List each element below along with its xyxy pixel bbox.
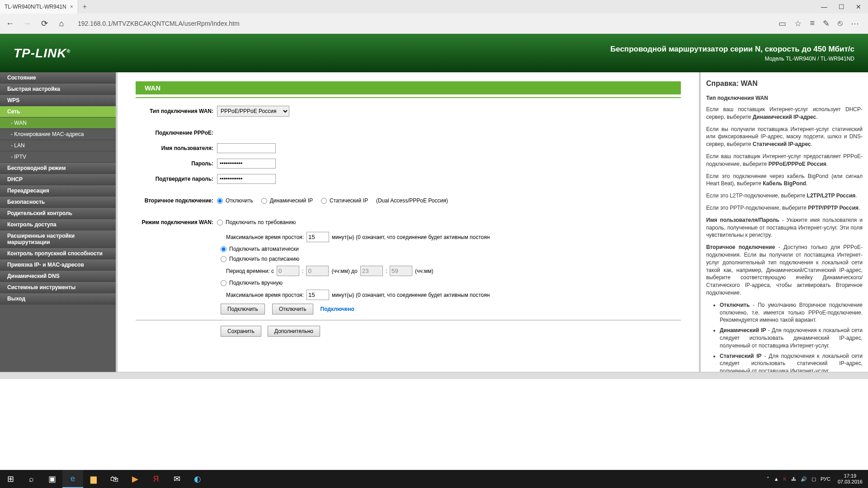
text-minutes2: минут(ы) (0 означает, что соединение буд… bbox=[332, 292, 490, 298]
radio-mode-auto[interactable] bbox=[221, 246, 226, 252]
mail-icon[interactable]: ✉ bbox=[166, 470, 187, 488]
advanced-button[interactable]: Дополнительно bbox=[268, 326, 320, 337]
sidebar-item-bandwidth[interactable]: Контроль пропускной способности bbox=[0, 248, 116, 259]
tray-expand-icon[interactable]: ˄ bbox=[767, 476, 769, 482]
taskbar: ⊞ ⌕ ▣ e ▆ 🛍 ▶ Я ✉ ◐ ˄ ▲ K 🖧 🔊 ▢ РУС 17:1… bbox=[0, 470, 868, 488]
url-bar[interactable]: 192.168.0.1/MTVZKBCAKQNTCMLA/userRpm/Ind… bbox=[73, 17, 772, 30]
tab-title: TL-WR940N/TL-WR941N bbox=[5, 4, 66, 10]
help-title: Справка: WAN bbox=[706, 80, 863, 88]
new-tab-button[interactable]: + bbox=[78, 3, 91, 11]
sidebar-item-parental[interactable]: Родительский контроль bbox=[0, 208, 116, 219]
input-from-m[interactable] bbox=[306, 266, 329, 276]
header-model: Модель TL-WR940N / TL-WR941ND bbox=[610, 56, 854, 62]
minimize-icon[interactable]: — bbox=[821, 3, 827, 10]
close-icon[interactable]: × bbox=[70, 4, 73, 10]
sidebar-item-forwarding[interactable]: Переадресация bbox=[0, 185, 116, 197]
sidebar-item-status[interactable]: Состояние bbox=[0, 72, 116, 84]
sidebar-item-access[interactable]: Контроль доступа bbox=[0, 219, 116, 230]
sidebar-item-quick-setup[interactable]: Быстрая настройка bbox=[0, 84, 116, 95]
favorite-icon[interactable]: ☆ bbox=[794, 19, 802, 28]
app-icon[interactable]: ◐ bbox=[187, 470, 208, 488]
radio-mode-demand[interactable] bbox=[217, 220, 223, 225]
forward-button[interactable]: → bbox=[22, 18, 33, 29]
tab-bar: TL-WR940N/TL-WR941N × + — ☐ ✕ bbox=[0, 0, 868, 14]
label-max-idle1: Максимальное время простоя: bbox=[226, 234, 304, 240]
label-hhmm: (чч:мм) bbox=[415, 268, 433, 274]
start-button[interactable]: ⊞ bbox=[0, 470, 21, 488]
sidebar-item-security[interactable]: Безопасность bbox=[0, 197, 116, 208]
action-center-icon[interactable]: ▢ bbox=[811, 476, 816, 482]
sidebar-item-iptv[interactable]: - IPTV bbox=[0, 151, 116, 163]
sidebar: Состояние Быстрая настройка WPS Сеть - W… bbox=[0, 72, 116, 372]
browser-tab[interactable]: TL-WR940N/TL-WR941N × bbox=[0, 0, 78, 14]
sidebar-item-wan[interactable]: - WAN bbox=[0, 117, 116, 129]
disconnect-button[interactable]: Отключить bbox=[272, 304, 313, 314]
tray-icon-1[interactable]: ▲ bbox=[774, 476, 779, 482]
text-minutes1: минут(ы) (0 означает, что соединение буд… bbox=[332, 234, 490, 240]
network-icon[interactable]: 🖧 bbox=[791, 476, 796, 482]
help-panel: Справка: WAN Тип подключения WAN Если ва… bbox=[701, 72, 868, 372]
search-icon[interactable]: ⌕ bbox=[21, 470, 42, 488]
more-icon[interactable]: ⋯ bbox=[851, 19, 859, 28]
connect-button[interactable]: Подключить bbox=[221, 304, 265, 314]
sidebar-item-ddns[interactable]: Динамический DNS bbox=[0, 271, 116, 282]
back-button[interactable]: ← bbox=[5, 18, 15, 29]
radio-sec-disable[interactable] bbox=[217, 198, 223, 204]
task-view-icon[interactable]: ▣ bbox=[42, 470, 62, 488]
browser-chrome: TL-WR940N/TL-WR941N × + — ☐ ✕ ← → ⟳ ⌂ 19… bbox=[0, 0, 868, 34]
label-confirm-password: Подтвердите пароль: bbox=[136, 176, 217, 182]
webnote-icon[interactable]: ✎ bbox=[823, 19, 830, 28]
text-dual-access: (Dual Access/PPPoE Россия) bbox=[376, 197, 448, 204]
sidebar-item-mac-clone[interactable]: - Клонирование MAC-адреса bbox=[0, 129, 116, 140]
edge-icon[interactable]: e bbox=[62, 470, 83, 488]
sidebar-item-dhcp[interactable]: DHCP bbox=[0, 174, 116, 185]
share-icon[interactable]: ⎋ bbox=[838, 19, 843, 28]
sidebar-item-logout[interactable]: Выход bbox=[0, 293, 116, 305]
clock[interactable]: 17:19 07.03.2016 bbox=[835, 473, 865, 485]
input-confirm-password[interactable] bbox=[217, 174, 276, 184]
media-icon[interactable]: ▶ bbox=[125, 470, 146, 488]
store-icon[interactable]: 🛍 bbox=[104, 470, 125, 488]
router-header: TP-LINK® Беспроводной маршрутизатор сери… bbox=[0, 34, 868, 72]
sidebar-item-wireless[interactable]: Беспроводной режим bbox=[0, 163, 116, 174]
maximize-icon[interactable]: ☐ bbox=[839, 3, 844, 10]
sidebar-item-routing[interactable]: Расширенные настройки маршрутизации bbox=[0, 230, 116, 248]
help-p5: Если это L2TP-подключение, выберите L2TP… bbox=[706, 192, 863, 200]
input-idle1[interactable] bbox=[307, 232, 329, 242]
browser-actions: ▭ ☆ ≡ ✎ ⎋ ⋯ bbox=[778, 19, 863, 28]
hub-icon[interactable]: ≡ bbox=[810, 19, 815, 28]
yandex-icon[interactable]: Я bbox=[146, 470, 166, 488]
radio-mode-time[interactable] bbox=[221, 256, 226, 262]
sidebar-item-network[interactable]: Сеть bbox=[0, 106, 116, 117]
radio-sec-static[interactable] bbox=[321, 198, 327, 204]
input-to-h[interactable] bbox=[360, 266, 383, 276]
sidebar-item-wps[interactable]: WPS bbox=[0, 95, 116, 106]
sidebar-item-system-tools[interactable]: Системные инструменты bbox=[0, 282, 116, 293]
input-to-m[interactable] bbox=[390, 266, 412, 276]
save-button[interactable]: Сохранить bbox=[221, 326, 261, 337]
input-idle2[interactable] bbox=[307, 290, 329, 300]
input-username[interactable] bbox=[217, 143, 276, 153]
label-hhmm-to: (чч:мм) до bbox=[331, 268, 357, 274]
reading-view-icon[interactable]: ▭ bbox=[778, 19, 786, 28]
help-p1: Если ваш поставщик Интернет-услуг исполь… bbox=[706, 106, 863, 121]
help-p8: Вторичное подключение - Доступно только … bbox=[706, 244, 863, 297]
language-indicator[interactable]: РУС bbox=[821, 476, 830, 482]
select-conn-type[interactable]: PPPoE/PPPoE Россия bbox=[217, 106, 289, 117]
refresh-button[interactable]: ⟳ bbox=[39, 18, 50, 29]
sidebar-item-lan[interactable]: - LAN bbox=[0, 140, 116, 151]
horizontal-scrollbar[interactable] bbox=[0, 372, 868, 379]
radio-mode-manual[interactable] bbox=[221, 280, 226, 286]
sidebar-item-ip-mac-binding[interactable]: Привязка IP- и MAC-адресов bbox=[0, 259, 116, 271]
section-title: WAN bbox=[136, 81, 681, 94]
logo: TP-LINK® bbox=[14, 46, 71, 61]
volume-icon[interactable]: 🔊 bbox=[801, 476, 807, 482]
kaspersky-icon[interactable]: K bbox=[783, 476, 787, 482]
home-button[interactable]: ⌂ bbox=[56, 18, 67, 29]
help-p4: Если это подключение через кабель BigPon… bbox=[706, 173, 863, 188]
explorer-icon[interactable]: ▆ bbox=[83, 470, 104, 488]
radio-sec-dynamic[interactable] bbox=[261, 198, 267, 204]
close-window-icon[interactable]: ✕ bbox=[856, 3, 861, 10]
input-from-h[interactable] bbox=[277, 266, 299, 276]
input-password[interactable] bbox=[217, 159, 276, 169]
